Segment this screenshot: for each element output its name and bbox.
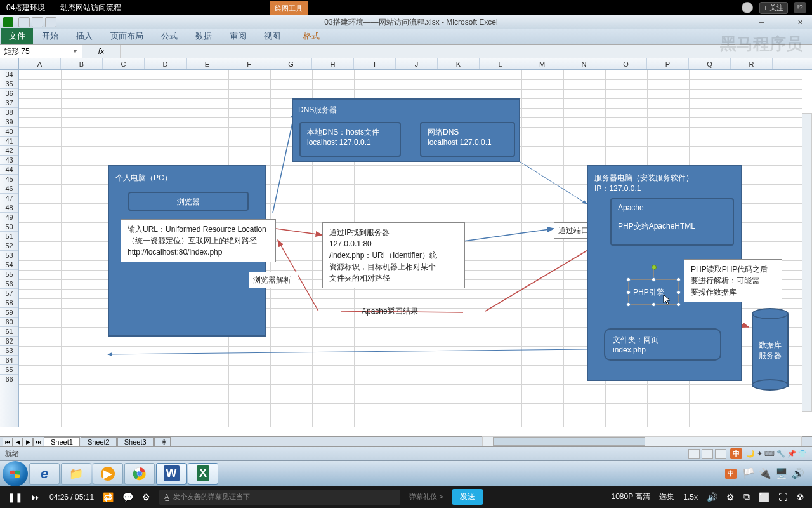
- episode-selector[interactable]: 选集: [659, 491, 674, 502]
- row-header[interactable]: 45: [0, 175, 18, 184]
- row-header[interactable]: 35: [0, 79, 18, 89]
- row-header[interactable]: 52: [0, 241, 18, 251]
- row-header[interactable]: 40: [0, 127, 18, 137]
- spreadsheet-grid[interactable]: ABCDEFGHIJKLMNOPQR 343536373839404142434…: [0, 58, 812, 436]
- row-header[interactable]: 50: [0, 222, 18, 232]
- sparkle-icon[interactable]: ✦: [757, 450, 763, 458]
- taskbar-word-icon[interactable]: W: [156, 463, 187, 485]
- tab-file[interactable]: 文件: [1, 28, 33, 44]
- col-header[interactable]: R: [731, 58, 773, 69]
- view-layout-icon[interactable]: [702, 449, 713, 459]
- tab-view[interactable]: 视图: [255, 28, 289, 44]
- row-header[interactable]: 34: [0, 70, 18, 79]
- more-icon[interactable]: ☢: [796, 492, 804, 502]
- taskbar-media-icon[interactable]: ▶: [93, 463, 123, 485]
- col-header[interactable]: M: [521, 58, 563, 69]
- row-header[interactable]: 64: [0, 356, 18, 365]
- tab-home[interactable]: 开始: [33, 28, 67, 44]
- row-header[interactable]: 63: [0, 346, 18, 356]
- send-danmu-button[interactable]: 发送: [452, 489, 483, 505]
- danmu-etiquette-link[interactable]: 弹幕礼仪 >: [409, 492, 443, 502]
- qat-save-icon[interactable]: [18, 17, 30, 27]
- sheet-nav-first-icon[interactable]: ⏮: [3, 438, 13, 446]
- taskbar-excel-icon[interactable]: X: [188, 463, 218, 485]
- row-header[interactable]: 65: [0, 365, 18, 375]
- danmu-toggle-icon[interactable]: 💬: [122, 492, 133, 502]
- name-box[interactable]: 矩形 75▼: [0, 45, 82, 58]
- select-all-corner[interactable]: [0, 58, 19, 69]
- tab-layout[interactable]: 页面布局: [102, 28, 152, 44]
- sheet-nav-last-icon[interactable]: ⏭: [33, 438, 43, 446]
- restore-icon[interactable]: ▫: [772, 17, 790, 27]
- horizontal-scrollbar[interactable]: [482, 436, 802, 446]
- col-header[interactable]: B: [61, 58, 103, 69]
- fullscreen-icon[interactable]: ⛶: [778, 492, 787, 502]
- row-header[interactable]: 57: [0, 289, 18, 298]
- tab-insert[interactable]: 插入: [67, 28, 102, 44]
- minimize-icon[interactable]: ─: [753, 17, 771, 27]
- qat-redo-icon[interactable]: [45, 17, 56, 27]
- shirt-icon[interactable]: 👕: [798, 450, 807, 458]
- ime-indicator[interactable]: 中: [730, 448, 742, 459]
- moon-icon[interactable]: 🌙: [746, 450, 755, 458]
- row-header[interactable]: 66: [0, 375, 18, 384]
- tab-formula[interactable]: 公式: [152, 28, 187, 44]
- pause-button[interactable]: ❚❚: [8, 492, 23, 502]
- row-header[interactable]: 60: [0, 318, 18, 327]
- col-header[interactable]: C: [103, 58, 145, 69]
- start-button[interactable]: [3, 461, 28, 486]
- follow-button[interactable]: + 关注: [759, 2, 788, 14]
- row-header[interactable]: 49: [0, 213, 18, 222]
- tray-volume-icon[interactable]: 🔊: [792, 467, 804, 479]
- view-normal-icon[interactable]: [688, 449, 700, 459]
- row-header[interactable]: 58: [0, 298, 18, 308]
- loop-icon[interactable]: 🔁: [103, 492, 114, 502]
- col-header[interactable]: A: [19, 58, 61, 69]
- col-header[interactable]: L: [480, 58, 521, 69]
- volume-icon[interactable]: 🔊: [707, 492, 717, 502]
- quality-selector[interactable]: 1080P 高清: [611, 491, 650, 502]
- tab-data[interactable]: 数据: [187, 28, 221, 44]
- new-sheet-icon[interactable]: ✻: [154, 437, 171, 446]
- taskbar-chrome-icon[interactable]: [124, 463, 155, 485]
- taskbar-ie-icon[interactable]: e: [29, 463, 60, 485]
- wide-icon[interactable]: ⬜: [759, 492, 769, 502]
- row-header[interactable]: 51: [0, 232, 18, 241]
- danmu-input[interactable]: A̲ 发个友善的弹幕见证当下: [159, 490, 400, 505]
- sheet-nav-prev-icon[interactable]: ◀: [13, 438, 23, 446]
- col-header[interactable]: H: [312, 58, 354, 69]
- tab-format[interactable]: 格式: [294, 28, 329, 44]
- close-icon[interactable]: ✕: [791, 17, 809, 27]
- danmu-settings-icon[interactable]: ⚙: [142, 492, 150, 502]
- row-header[interactable]: 38: [0, 108, 18, 117]
- col-header[interactable]: K: [438, 58, 480, 69]
- row-header[interactable]: 56: [0, 279, 18, 289]
- tray-ime-icon[interactable]: 中: [725, 469, 737, 479]
- pin-icon[interactable]: 📌: [787, 450, 796, 458]
- sheet-tab-2[interactable]: Sheet2: [81, 437, 117, 446]
- vertical-scrollbar[interactable]: [802, 113, 812, 412]
- row-header[interactable]: 37: [0, 98, 18, 108]
- row-header[interactable]: 47: [0, 194, 18, 203]
- pip-icon[interactable]: ⧉: [743, 491, 750, 502]
- qat-undo-icon[interactable]: [32, 17, 43, 27]
- col-header[interactable]: O: [605, 58, 647, 69]
- row-header[interactable]: 46: [0, 184, 18, 194]
- tab-review[interactable]: 审阅: [221, 28, 255, 44]
- row-header[interactable]: 55: [0, 270, 18, 279]
- row-header[interactable]: 48: [0, 203, 18, 213]
- settings-icon[interactable]: ⚙: [726, 492, 735, 502]
- keyboard-icon[interactable]: ⌨: [764, 450, 775, 458]
- row-header[interactable]: 61: [0, 327, 18, 337]
- sheet-tab-1[interactable]: Sheet1: [44, 437, 80, 446]
- fx-label[interactable]: fx: [82, 45, 121, 58]
- col-header[interactable]: J: [396, 58, 438, 69]
- col-header[interactable]: Q: [689, 58, 731, 69]
- database-cylinder[interactable]: 数据库服务器: [752, 308, 789, 391]
- col-header[interactable]: N: [563, 58, 605, 69]
- row-header[interactable]: 53: [0, 251, 18, 260]
- col-header[interactable]: G: [270, 58, 312, 69]
- dns-server-box[interactable]: DNS服务器 本地DNS：hosts文件localhost 127.0.0.1 …: [292, 98, 520, 162]
- tray-flag-icon[interactable]: 🏳️: [742, 467, 755, 479]
- row-header[interactable]: 41: [0, 137, 18, 146]
